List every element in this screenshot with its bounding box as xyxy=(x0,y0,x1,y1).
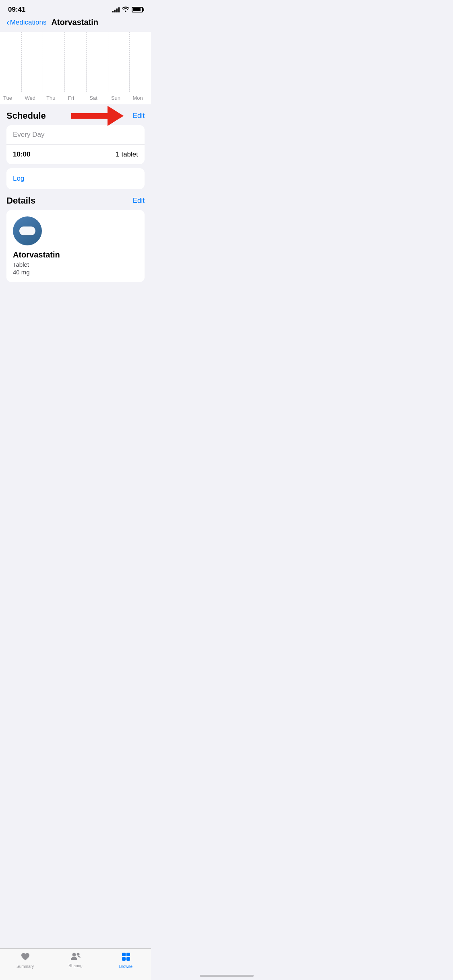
signal-icon xyxy=(112,7,120,12)
nav-header: ‹ Medications Atorvastatin xyxy=(0,16,151,32)
details-header: Details Edit xyxy=(6,196,145,206)
chart-label-thu: Thu xyxy=(43,95,65,101)
time-value: 10:00 xyxy=(13,150,30,159)
details-edit-button[interactable]: Edit xyxy=(133,197,145,205)
chart-label-wed: Wed xyxy=(22,95,43,101)
chart-grid xyxy=(0,32,151,92)
status-bar: 09:41 xyxy=(0,0,151,16)
page-title: Atorvastatin xyxy=(51,18,98,27)
frequency-row: Every Day xyxy=(6,125,145,145)
back-chevron-icon: ‹ xyxy=(6,18,9,27)
chart-col-mon xyxy=(130,32,151,92)
medication-dose: 40 mg xyxy=(13,269,138,276)
status-icons xyxy=(112,6,143,13)
schedule-edit-button[interactable]: Edit xyxy=(133,112,145,120)
dose-value: 1 tablet xyxy=(116,150,138,159)
status-time: 09:41 xyxy=(8,6,25,14)
log-card: Log xyxy=(6,168,145,189)
log-button[interactable]: Log xyxy=(6,168,145,189)
wifi-icon xyxy=(122,6,129,13)
red-arrow-annotation xyxy=(71,106,124,126)
schedule-card: Every Day 10:00 1 tablet xyxy=(6,125,145,164)
schedule-section: Schedule Edit Every Day 10:00 1 tablet L… xyxy=(0,111,151,189)
frequency-label: Every Day xyxy=(13,131,44,139)
svg-marker-1 xyxy=(108,106,124,126)
schedule-title: Schedule xyxy=(6,111,46,121)
chart-label-sat: Sat xyxy=(86,95,108,101)
chart-col-fri xyxy=(65,32,87,92)
back-button[interactable]: ‹ Medications xyxy=(6,18,46,27)
chart-labels: Tue Wed Thu Fri Sat Sun Mon xyxy=(0,92,151,104)
chart-col-sat xyxy=(87,32,108,92)
chart-col-tue xyxy=(0,32,22,92)
time-dose-row: 10:00 1 tablet xyxy=(6,145,145,164)
chart-label-sun: Sun xyxy=(108,95,130,101)
chart-col-sun xyxy=(108,32,130,92)
chart-label-fri: Fri xyxy=(65,95,87,101)
medication-name: Atorvastatin xyxy=(13,250,138,259)
chart-area: Tue Wed Thu Fri Sat Sun Mon xyxy=(0,32,151,104)
medication-type: Tablet xyxy=(13,261,138,268)
chart-col-thu xyxy=(43,32,65,92)
medication-icon xyxy=(13,216,42,245)
chart-label-tue: Tue xyxy=(0,95,22,101)
chart-col-wed xyxy=(22,32,43,92)
schedule-header: Schedule Edit xyxy=(6,111,145,121)
svg-rect-0 xyxy=(71,113,108,119)
chart-label-mon: Mon xyxy=(129,95,151,101)
pill-shape xyxy=(19,226,35,235)
details-title: Details xyxy=(6,196,35,206)
battery-icon xyxy=(132,7,143,12)
details-card: Atorvastatin Tablet 40 mg xyxy=(6,210,145,282)
back-label[interactable]: Medications xyxy=(10,19,47,27)
details-section: Details Edit Atorvastatin Tablet 40 mg xyxy=(0,196,151,282)
